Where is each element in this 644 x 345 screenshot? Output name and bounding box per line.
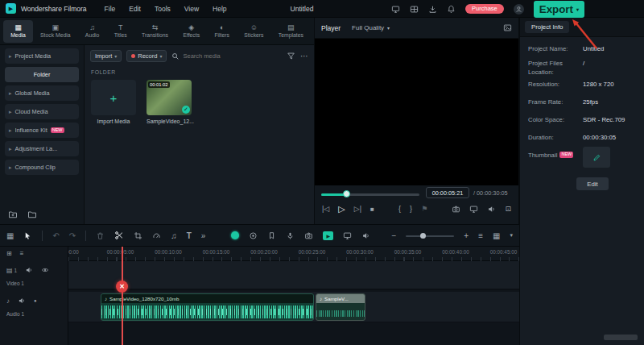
stop-icon[interactable]: ■ [370, 206, 374, 213]
preview-display-icon[interactable] [503, 23, 512, 32]
sidebar-item-folder[interactable]: Folder [5, 67, 79, 82]
sidebar-item-compound-clip[interactable]: ▸Compound Clip [5, 160, 79, 175]
search-box[interactable] [171, 52, 282, 60]
sidebar-item-global-media[interactable]: ▸Global Media [5, 85, 79, 101]
timeline-clip-samplevideo-2[interactable]: ♪ SampleV... [316, 293, 365, 321]
screen-record-icon[interactable] [249, 231, 258, 240]
timeline-zoom-slider[interactable] [406, 232, 454, 239]
tab-filters[interactable]: ◐Filters [207, 20, 237, 43]
clip-thumbnail[interactable]: 00:01:02 ✓ [147, 80, 192, 115]
beat-detection-icon[interactable]: ♫ [171, 231, 177, 240]
more-tools-icon[interactable]: » [201, 231, 206, 240]
menu-edit[interactable]: Edit [129, 5, 141, 13]
mute-audio-icon[interactable] [18, 297, 26, 305]
toolbar-chevron-icon[interactable]: ▾ [510, 232, 513, 239]
ruler-label: 00:00 [68, 249, 79, 255]
clip-label: SampleV... [324, 296, 349, 301]
purchase-button[interactable]: Purchase [465, 4, 504, 14]
mark-out-icon[interactable]: } [410, 206, 412, 213]
mark-in-icon[interactable]: { [398, 206, 401, 213]
previous-frame-icon[interactable]: |◁ [322, 206, 329, 213]
menu-tools[interactable]: Tools [155, 5, 171, 13]
marker-flag-icon[interactable]: ⚑ [421, 206, 427, 213]
video-track-lane[interactable] [68, 261, 519, 290]
tab-project-info[interactable]: Project Info [525, 21, 569, 33]
folder-icon[interactable] [27, 210, 37, 219]
zoom-in-icon[interactable]: + [464, 231, 469, 240]
add-marker-icon[interactable] [267, 231, 276, 240]
chroma-key-icon[interactable] [231, 231, 239, 239]
hide-track-eye-icon[interactable] [41, 266, 49, 274]
playhead-line[interactable] [122, 247, 123, 345]
download-resources-icon[interactable] [428, 5, 437, 14]
menu-file[interactable]: File [105, 5, 116, 13]
timeline-clip-samplevideo[interactable]: ♪ SampleVideo_1280x720_10mb [101, 293, 314, 321]
total-duration: / 00:00:30:05 [473, 189, 508, 197]
tab-effects[interactable]: ◈Effects [175, 20, 207, 43]
workspace-layout-icon[interactable] [410, 5, 419, 14]
fullscreen-icon[interactable]: ⊡ [505, 206, 511, 213]
current-time[interactable]: 00:00:05:21 [426, 187, 469, 198]
text-tool-icon[interactable]: T [187, 231, 192, 240]
zoom-out-icon[interactable]: − [392, 231, 397, 240]
secondary-display-icon[interactable] [469, 205, 478, 214]
notification-bell-icon[interactable] [447, 5, 456, 14]
import-media-card[interactable]: + Import Media [91, 80, 136, 124]
grid-view-icon[interactable]: ▦ [493, 231, 500, 240]
next-frame-icon[interactable]: ▷| [354, 206, 361, 213]
snapshot-camera-icon[interactable] [452, 205, 460, 214]
new-folder-icon[interactable] [8, 210, 18, 219]
tab-stock-media[interactable]: ▣Stock Media [33, 20, 78, 43]
media-panel-toggle-icon[interactable]: ▦ [6, 231, 14, 240]
render-preview-icon[interactable]: ▶ [323, 231, 333, 240]
sidebar-item-adjustment-layer[interactable]: ▸Adjustment La... [5, 141, 79, 156]
sidebar-item-influence-kit[interactable]: ▸Influence KitNEW [5, 123, 79, 138]
switch-display-icon[interactable] [391, 5, 400, 14]
tab-stickers[interactable]: ☺Stickers [237, 20, 271, 43]
preview-quality-icon[interactable] [343, 231, 352, 240]
menu-view[interactable]: View [184, 5, 199, 13]
track-menu-icon[interactable]: ≡ [478, 231, 483, 240]
split-scissors-icon[interactable] [114, 231, 124, 240]
speed-ramping-icon[interactable] [152, 231, 161, 240]
menu-help[interactable]: Help [213, 5, 226, 13]
play-icon[interactable]: ▷ [338, 205, 345, 214]
tab-templates[interactable]: ▤Templates [271, 20, 311, 43]
more-options-icon[interactable]: ⋯ [300, 52, 308, 60]
account-avatar[interactable] [514, 4, 524, 15]
seek-handle[interactable] [343, 190, 350, 197]
search-input[interactable] [183, 52, 239, 60]
select-cursor-icon[interactable] [23, 231, 32, 240]
export-button[interactable]: Export ▾ [534, 1, 584, 18]
undo-icon[interactable]: ↶ [52, 231, 59, 240]
tab-media[interactable]: ▦Media [3, 20, 33, 43]
audio-mixer-icon[interactable] [361, 231, 370, 240]
mute-track-icon[interactable] [25, 266, 33, 274]
filter-funnel-icon[interactable] [287, 52, 295, 60]
titlebar: ▶ Wondershare Filmora File Edit Tools Vi… [0, 0, 644, 18]
zoom-slider-handle[interactable] [420, 233, 426, 239]
snapshot-icon[interactable] [304, 231, 313, 240]
tab-titles[interactable]: TTitles [106, 20, 134, 43]
media-clip-card[interactable]: 00:01:02 ✓ SampleVideo_12... [147, 80, 192, 124]
video-preview[interactable] [315, 39, 518, 185]
export-dropdown-chevron-icon[interactable]: ▾ [576, 6, 579, 12]
tab-transitions[interactable]: ⇆Transitions [134, 20, 175, 43]
sidebar-item-project-media[interactable]: ▸Project Media [5, 48, 79, 64]
seek-bar[interactable] [321, 190, 419, 197]
quality-dropdown[interactable]: Full Quality ▾ [352, 24, 390, 31]
volume-icon[interactable] [487, 205, 496, 214]
redo-icon[interactable]: ↷ [69, 231, 76, 240]
import-button[interactable]: Import ▾ [90, 50, 122, 62]
manage-tracks-icon[interactable]: ≡ [20, 250, 24, 257]
record-button[interactable]: Record ▾ [126, 50, 167, 62]
sidebar-item-cloud-media[interactable]: ▸Cloud Media [5, 104, 79, 119]
crop-icon[interactable] [134, 231, 142, 240]
add-track-icon[interactable]: ⊞ [6, 250, 12, 257]
thumbnail-edit-box[interactable] [583, 147, 610, 168]
delete-trash-icon[interactable] [96, 231, 105, 240]
solo-audio-icon[interactable]: ● [34, 298, 37, 303]
tab-audio[interactable]: ♫Audio [78, 20, 107, 43]
voiceover-mic-icon[interactable] [286, 231, 295, 240]
thumbnail-edit-button[interactable]: Edit [576, 177, 609, 190]
